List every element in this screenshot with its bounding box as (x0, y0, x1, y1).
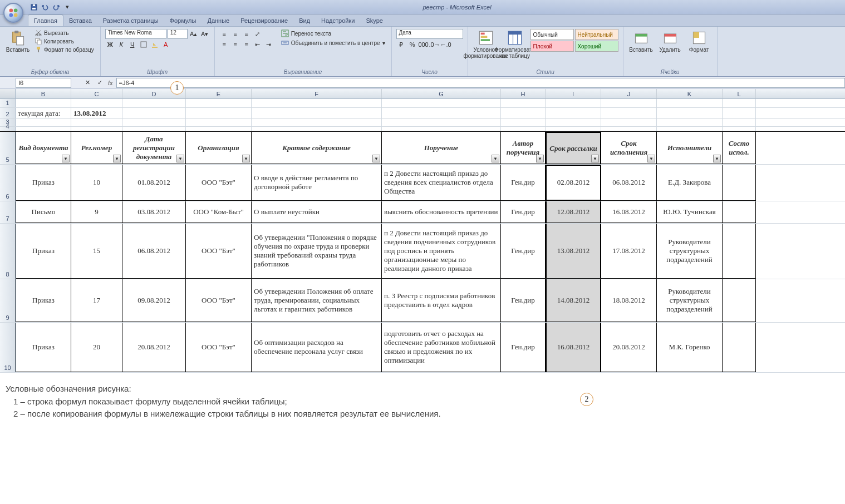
table-cell[interactable]: Об оптимизации расходов на обеспечение п… (252, 323, 382, 372)
filter-dropdown-icon[interactable]: ▼ (492, 155, 499, 162)
wrap-text-button[interactable]: Перенос текста (279, 29, 387, 38)
align-bottom-icon[interactable]: ≡ (242, 29, 252, 39)
filter-dropdown-icon[interactable]: ▼ (176, 155, 184, 162)
table-cell[interactable]: Е.Д. Закирова (657, 165, 723, 201)
table-cell[interactable]: п 2 Довести настоящий приказ до сведения… (382, 224, 501, 279)
style-neutral[interactable]: Нейтральный (575, 29, 618, 40)
increase-decimal-icon[interactable]: .0→ (430, 39, 440, 50)
table-header[interactable]: Вид документа▼ (16, 132, 71, 164)
row-header[interactable]: 9 (0, 279, 16, 322)
col-header[interactable]: K (657, 89, 723, 98)
table-cell[interactable]: Письмо (16, 201, 71, 223)
align-center-icon[interactable]: ≡ (230, 39, 240, 50)
table-cell[interactable]: 03.08.2012 (122, 201, 186, 223)
style-bad[interactable]: Плохой (530, 41, 574, 52)
table-cell[interactable]: Ген.дир (501, 323, 546, 372)
increase-indent-icon[interactable]: ⇥ (264, 39, 274, 50)
table-header[interactable]: Состо испол. (723, 132, 756, 164)
formula-input[interactable]: =J6-4 (116, 78, 845, 88)
filter-dropdown-icon[interactable]: ▼ (536, 155, 544, 162)
italic-button[interactable]: К (116, 39, 126, 50)
table-cell[interactable]: Ген.дир (501, 165, 546, 201)
table-cell[interactable]: п 2 Довести настоящий приказ до сведения… (382, 165, 501, 201)
table-cell[interactable]: 16.08.2012 (601, 201, 657, 223)
paste-button[interactable]: Вставить (4, 29, 31, 54)
delete-cells-button[interactable]: Удалить (657, 29, 684, 54)
format-cells-button[interactable]: Формат (686, 29, 713, 54)
tab-review[interactable]: Рецензирование (235, 15, 293, 26)
table-cell[interactable]: Ген.дир (501, 224, 546, 279)
row-header[interactable]: 8 (0, 224, 16, 279)
table-cell[interactable]: 10 (71, 165, 122, 201)
filter-dropdown-icon[interactable]: ▼ (647, 155, 655, 162)
worksheet[interactable]: 1 2 текущая дата: 13.08.2012 3 4 5 Вид д… (0, 99, 845, 373)
filter-dropdown-icon[interactable]: ▼ (113, 155, 121, 162)
insert-cells-button[interactable]: Вставить (628, 29, 655, 54)
current-date-value[interactable]: 13.08.2012 (71, 108, 122, 118)
tab-formulas[interactable]: Формулы (164, 15, 202, 26)
table-cell[interactable] (723, 201, 756, 223)
shrink-font-icon[interactable]: A▾ (200, 29, 210, 39)
filter-dropdown-icon[interactable]: ▼ (62, 155, 70, 162)
bold-button[interactable]: Ж (105, 39, 115, 50)
align-top-icon[interactable]: ≡ (219, 29, 229, 39)
name-box[interactable]: I6 (16, 78, 71, 88)
table-cell[interactable]: 12.08.2012 (546, 201, 601, 223)
office-button[interactable] (3, 3, 23, 23)
table-cell[interactable] (723, 165, 756, 201)
table-cell[interactable]: Об утверждении Положения об оплате труда… (252, 279, 382, 322)
decrease-indent-icon[interactable]: ⇤ (253, 39, 263, 50)
table-cell[interactable]: М.К. Горенко (657, 323, 723, 372)
col-header[interactable]: H (501, 89, 546, 98)
tab-skype[interactable]: Skype (360, 15, 389, 26)
table-cell[interactable]: 09.08.2012 (122, 279, 186, 322)
table-header[interactable]: Исполнители▼ (657, 132, 723, 164)
table-header[interactable]: Срок рассылки▼ (546, 132, 601, 164)
undo-icon[interactable] (40, 2, 50, 12)
table-cell[interactable]: Руководители структурных подразделений (657, 224, 723, 279)
table-header[interactable]: Автор поручения▼ (501, 132, 546, 164)
style-good[interactable]: Хороший (575, 41, 618, 52)
table-cell[interactable] (723, 279, 756, 322)
font-color-button[interactable]: A (161, 39, 171, 50)
table-cell[interactable]: подготовить отчет о расходах на обеспече… (382, 323, 501, 372)
table-header[interactable]: Рег.номер▼ (71, 132, 122, 164)
table-header[interactable]: Поручение▼ (382, 132, 501, 164)
table-cell[interactable]: Приказ (16, 323, 71, 372)
orientation-icon[interactable]: ⤢ (253, 29, 263, 39)
table-cell[interactable]: 06.08.2012 (601, 165, 657, 201)
table-cell[interactable]: ООО "Бэт" (186, 165, 252, 201)
table-cell[interactable]: 01.08.2012 (122, 165, 186, 201)
merge-center-button[interactable]: Объединить и поместить в центре ▾ (279, 38, 387, 47)
enter-formula-icon[interactable]: ✓ (95, 78, 105, 88)
row-header[interactable]: 5 (0, 132, 16, 164)
save-icon[interactable] (29, 2, 39, 12)
table-cell[interactable]: 16.08.2012 (546, 323, 601, 372)
table-cell[interactable]: О вводе в действие регламента по договор… (252, 165, 382, 201)
align-left-icon[interactable]: ≡ (219, 39, 229, 50)
fx-icon[interactable]: fx (108, 80, 113, 86)
table-cell[interactable]: 20 (71, 323, 122, 372)
font-family-select[interactable]: Times New Roma (105, 29, 166, 39)
format-painter-button[interactable]: Формат по образцу (33, 46, 96, 53)
table-cell[interactable]: Руководители структурных подразделений (657, 279, 723, 322)
table-cell[interactable]: Ген.дир (501, 279, 546, 322)
table-cell[interactable]: 14.08.2012 (546, 279, 601, 322)
table-cell[interactable]: 17.08.2012 (601, 224, 657, 279)
row-header[interactable]: 6 (0, 165, 16, 201)
table-header[interactable]: Организация▼ (186, 132, 252, 164)
tab-data[interactable]: Данные (202, 15, 235, 26)
row-header[interactable]: 2 (0, 108, 16, 118)
table-cell[interactable]: 20.08.2012 (122, 323, 186, 372)
table-header[interactable]: Срок исполнения▼ (601, 132, 657, 164)
grow-font-icon[interactable]: A▴ (189, 29, 199, 39)
table-cell[interactable]: Ю.Ю. Тучинская (657, 201, 723, 223)
currency-icon[interactable]: ₽ (396, 39, 406, 50)
table-cell[interactable]: 13.08.2012 (546, 224, 601, 279)
borders-button[interactable] (139, 39, 149, 50)
filter-dropdown-icon[interactable]: ▼ (713, 155, 721, 162)
tab-addins[interactable]: Надстройки (316, 15, 360, 26)
table-header[interactable]: Краткое содержание▼ (252, 132, 382, 164)
table-cell[interactable]: 17 (71, 279, 122, 322)
cancel-formula-icon[interactable]: ✕ (82, 78, 92, 88)
